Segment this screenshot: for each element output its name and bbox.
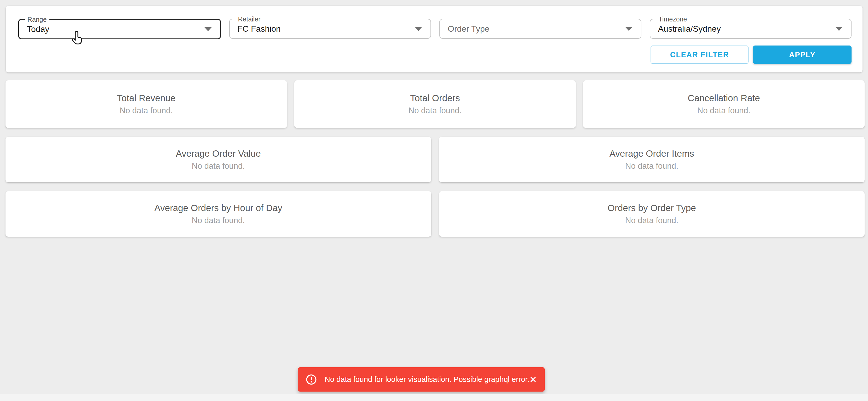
card-message: No data found. bbox=[408, 106, 462, 115]
clear-filter-button[interactable]: CLEAR FILTER bbox=[651, 46, 749, 64]
metric-cards-row-2: Average Order Value No data found. Avera… bbox=[5, 137, 865, 182]
timezone-select-value: Australia/Sydney bbox=[650, 24, 721, 34]
card-orders-by-order-type: Orders by Order Type No data found. bbox=[439, 191, 865, 237]
filter-bar: Range Today Retailer FC Fashion Order Ty… bbox=[6, 6, 863, 73]
card-cancellation-rate: Cancellation Rate No data found. bbox=[583, 80, 865, 128]
bottom-strip bbox=[0, 394, 868, 401]
card-average-orders-by-hour: Average Orders by Hour of Day No data fo… bbox=[5, 191, 431, 237]
hand-pointer-icon bbox=[70, 31, 83, 46]
chevron-down-icon bbox=[415, 27, 422, 31]
chevron-down-icon bbox=[205, 27, 212, 31]
card-title: Cancellation Rate bbox=[688, 93, 760, 103]
card-total-orders: Total Orders No data found. bbox=[294, 80, 576, 128]
range-select[interactable]: Range Today bbox=[18, 19, 221, 39]
card-title: Average Order Value bbox=[176, 148, 261, 159]
chevron-down-icon bbox=[625, 27, 632, 31]
card-title: Total Revenue bbox=[117, 93, 176, 103]
error-toast: No data found for looker visualisation. … bbox=[298, 367, 545, 392]
card-total-revenue: Total Revenue No data found. bbox=[5, 80, 287, 128]
metric-cards-row-3: Average Orders by Hour of Day No data fo… bbox=[5, 191, 865, 237]
toast-message: No data found for looker visualisation. … bbox=[324, 375, 529, 384]
chevron-down-icon bbox=[835, 27, 843, 31]
card-message: No data found. bbox=[192, 216, 245, 225]
card-average-order-value: Average Order Value No data found. bbox=[5, 137, 431, 182]
card-title: Average Orders by Hour of Day bbox=[154, 203, 282, 213]
filter-actions: CLEAR FILTER APPLY bbox=[651, 46, 851, 64]
dashboard-page: Range Today Retailer FC Fashion Order Ty… bbox=[0, 0, 868, 401]
close-icon[interactable]: ✕ bbox=[529, 375, 537, 384]
card-title: Orders by Order Type bbox=[608, 203, 696, 213]
card-average-order-items: Average Order Items No data found. bbox=[439, 137, 865, 182]
card-title: Total Orders bbox=[410, 93, 460, 103]
card-message: No data found. bbox=[120, 106, 173, 115]
apply-button[interactable]: APPLY bbox=[753, 46, 851, 64]
card-message: No data found. bbox=[697, 106, 750, 115]
order-type-select-placeholder: Order Type bbox=[440, 24, 489, 34]
order-type-select[interactable]: Order Type bbox=[439, 19, 641, 39]
card-message: No data found. bbox=[625, 216, 678, 225]
card-message: No data found. bbox=[192, 162, 245, 171]
filters-row: Range Today Retailer FC Fashion Order Ty… bbox=[18, 19, 851, 38]
retailer-select[interactable]: Retailer FC Fashion bbox=[229, 19, 431, 39]
retailer-select-label: Retailer bbox=[236, 15, 263, 23]
card-title: Average Order Items bbox=[610, 148, 694, 159]
error-outline-icon bbox=[305, 374, 317, 385]
timezone-select[interactable]: Timezone Australia/Sydney bbox=[650, 19, 852, 39]
range-select-label: Range bbox=[25, 16, 50, 23]
metric-cards-row-1: Total Revenue No data found. Total Order… bbox=[5, 80, 865, 128]
card-message: No data found. bbox=[625, 162, 678, 171]
timezone-select-label: Timezone bbox=[656, 15, 690, 23]
range-select-value: Today bbox=[19, 24, 49, 34]
retailer-select-value: FC Fashion bbox=[230, 24, 281, 34]
